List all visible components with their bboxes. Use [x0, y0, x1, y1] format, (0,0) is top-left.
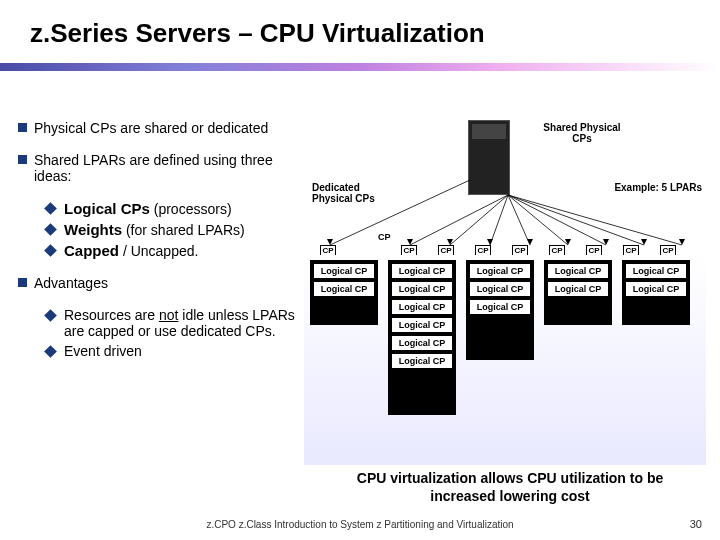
logical-cp-box: Logical CP	[314, 264, 374, 278]
square-bullet-icon	[18, 155, 27, 164]
logical-cp-box: Logical CP	[392, 282, 452, 296]
diamond-bullet-icon	[44, 244, 57, 257]
logical-cp-box: Logical CP	[548, 264, 608, 278]
subbullet-capped: Capped / Uncapped.	[46, 242, 308, 259]
bullet-text: Weights (for shared LPARs)	[64, 221, 245, 238]
bullet-text: Advantages	[34, 275, 108, 291]
bullet-shared-lpars: Shared LPARs are defined using three ide…	[18, 152, 308, 184]
subbullet-resources: Resources are not idle unless LPARs are …	[46, 307, 308, 339]
svg-line-4	[508, 195, 530, 245]
bullet-text: Resources are not idle unless LPARs are …	[64, 307, 308, 339]
bullet-text: Logical CPs (processors)	[64, 200, 232, 217]
logical-cp-box: Logical CP	[470, 264, 530, 278]
lpar-column: Logical CP Logical CP	[544, 260, 612, 325]
diamond-bullet-icon	[44, 223, 57, 236]
bullet-advantages: Advantages	[18, 275, 308, 291]
svg-line-6	[508, 195, 606, 245]
svg-line-0	[330, 180, 470, 245]
logical-cp-box: Logical CP	[626, 264, 686, 278]
svg-line-8	[508, 195, 682, 245]
logical-cp-box: Logical CP	[470, 300, 530, 314]
lpar-column: Logical CP Logical CP	[622, 260, 690, 325]
svg-line-7	[508, 195, 644, 245]
subbullet-event-driven: Event driven	[46, 343, 308, 359]
title-underline	[0, 63, 720, 71]
logical-cp-box: Logical CP	[392, 300, 452, 314]
square-bullet-icon	[18, 278, 27, 287]
logical-cp-box: Logical CP	[392, 318, 452, 332]
logical-cp-box: Logical CP	[392, 336, 452, 350]
diagram-caption: CPU virtualization allows CPU utilizatio…	[330, 470, 690, 505]
lpar-column: Logical CP Logical CP Logical CP	[466, 260, 534, 360]
diamond-bullet-icon	[44, 202, 57, 215]
bullet-text: Event driven	[64, 343, 142, 359]
bullet-text: Capped / Uncapped.	[64, 242, 198, 259]
lpar-column: Logical CP Logical CP	[310, 260, 378, 325]
cp-label-top: CP	[378, 232, 391, 242]
square-bullet-icon	[18, 123, 27, 132]
bullet-content: Physical CPs are shared or dedicated Sha…	[18, 120, 308, 361]
logical-cp-box: Logical CP	[392, 264, 452, 278]
logical-cp-box: Logical CP	[626, 282, 686, 296]
bullet-text: Physical CPs are shared or dedicated	[34, 120, 268, 136]
lpar-column: Logical CP Logical CP Logical CP Logical…	[388, 260, 456, 415]
page-number: 30	[690, 518, 702, 530]
bullet-text: Shared LPARs are defined using three ide…	[34, 152, 308, 184]
footer-text: z.CPO z.Class Introduction to System z P…	[0, 519, 720, 530]
svg-line-5	[508, 195, 568, 245]
diamond-bullet-icon	[44, 345, 57, 358]
diamond-bullet-icon	[44, 309, 57, 322]
subbullet-weights: Weights (for shared LPARs)	[46, 221, 308, 238]
logical-cp-box: Logical CP	[470, 282, 530, 296]
logical-cp-box: Logical CP	[392, 354, 452, 368]
lpar-columns: Logical CP Logical CP Logical CP Logical…	[310, 260, 690, 415]
bullet-physical-cps: Physical CPs are shared or dedicated	[18, 120, 308, 136]
subbullet-logical-cps: Logical CPs (processors)	[46, 200, 308, 217]
logical-cp-box: Logical CP	[548, 282, 608, 296]
logical-cp-box: Logical CP	[314, 282, 374, 296]
slide-title: z.Series Servers – CPU Virtualization	[0, 0, 720, 49]
